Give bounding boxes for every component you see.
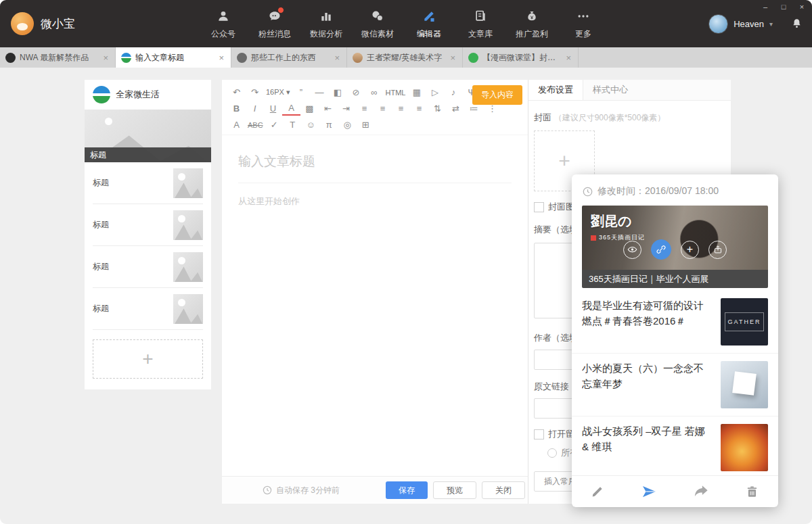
- align-right-icon[interactable]: ≡: [392, 101, 410, 116]
- outdent-icon[interactable]: ⇤: [319, 101, 337, 116]
- spellcheck-icon[interactable]: ✓: [265, 117, 284, 133]
- image-icon[interactable]: ▦: [407, 85, 426, 100]
- cover-checkbox[interactable]: [534, 202, 544, 212]
- send-paper-plane-icon[interactable]: [635, 478, 662, 505]
- editor-pencil-icon: [421, 8, 437, 24]
- thumbnail-placeholder: [173, 168, 203, 198]
- add-article-button[interactable]: +: [93, 339, 203, 379]
- music-icon[interactable]: ♪: [444, 85, 462, 100]
- italic-button[interactable]: I: [246, 101, 264, 116]
- modified-time-row: 修改时间：2016/09/07 18:00: [572, 174, 778, 206]
- preview-list-item[interactable]: 标题: [93, 204, 203, 246]
- strikethrough-button[interactable]: ABC: [246, 117, 265, 133]
- tab-style-center[interactable]: 样式中心: [583, 80, 637, 100]
- add-plus-icon[interactable]: +: [681, 241, 699, 259]
- close-button[interactable]: ×: [797, 3, 807, 11]
- editor-footer: 自动保存 3分钟前 保存 预览 关闭: [222, 476, 528, 504]
- tab-favicon: [121, 53, 131, 63]
- tab-close-icon[interactable]: ×: [564, 53, 572, 63]
- save-button[interactable]: 保存: [386, 481, 428, 499]
- tab-comic-class[interactable]: 【漫画微课堂】封面海... ×: [463, 47, 579, 68]
- close-editor-button[interactable]: 关闭: [482, 481, 525, 499]
- nav-item-analytics[interactable]: 数据分析: [300, 0, 352, 47]
- comments-checkbox[interactable]: [534, 429, 544, 439]
- nav-item-promotion[interactable]: 推广盈利: [506, 0, 558, 47]
- preview-list-item[interactable]: 标题: [93, 246, 203, 288]
- font-color-button[interactable]: A: [282, 101, 300, 116]
- blockquote-icon[interactable]: ”: [292, 85, 311, 100]
- clear-format-icon[interactable]: ⊘: [347, 85, 365, 100]
- preview-cover-item[interactable]: 标题: [85, 110, 211, 162]
- bold-button[interactable]: B: [227, 101, 246, 116]
- forward-share-icon[interactable]: [687, 478, 715, 505]
- bg-color-button[interactable]: ▩: [300, 101, 319, 116]
- tab-kings-glory[interactable]: 王者荣耀/英雄美术字 ×: [347, 47, 463, 68]
- nav-item-article-library[interactable]: 文章库: [455, 0, 506, 47]
- article-thumbnail: GATHER: [721, 298, 768, 346]
- preview-list-item[interactable]: 标题: [93, 288, 203, 330]
- tab-close-icon[interactable]: ×: [217, 53, 225, 63]
- delete-trash-icon[interactable]: [739, 478, 766, 505]
- view-eye-icon[interactable]: [623, 241, 641, 259]
- article-list-item[interactable]: 小米的夏天（六）一念念不忘童年梦: [572, 353, 778, 416]
- tab-close-icon[interactable]: ×: [333, 53, 341, 63]
- tab-favicon: [5, 53, 16, 63]
- font-family-button[interactable]: A: [227, 117, 246, 133]
- link-icon[interactable]: [651, 239, 671, 260]
- import-content-button[interactable]: 导入内容: [472, 85, 522, 105]
- article-list-item[interactable]: 战斗女孩系列 –双子星 若娜 & 维琪: [572, 416, 778, 479]
- article-thumbnail: [721, 424, 768, 471]
- emoji-icon[interactable]: ☺: [302, 117, 320, 133]
- link-icon[interactable]: ∞: [365, 85, 384, 100]
- html-button[interactable]: HTML: [384, 85, 408, 100]
- tab-nwa[interactable]: NWA 最新解禁作品 ×: [0, 47, 116, 68]
- undo-icon[interactable]: ↶: [227, 85, 246, 100]
- formula-icon[interactable]: π: [320, 117, 338, 133]
- chevron-down-icon: ▾: [769, 20, 773, 28]
- editor-content-area[interactable]: 输入文章标题 从这里开始创作: [222, 135, 528, 208]
- tab-publish-settings[interactable]: 发布设置: [528, 80, 583, 100]
- nav-item-more[interactable]: 更多: [558, 0, 609, 47]
- nav-item-editor[interactable]: 编辑器: [403, 0, 455, 47]
- align-left-icon[interactable]: ≡: [355, 101, 374, 116]
- nav-item-fan-messages[interactable]: 粉丝消息: [249, 0, 300, 47]
- editor-panel: ↶ ↷ 16PX ▾ ” — ◧ ⊘ ∞ HTML ▦ ▷ ♪ Ψ B I U …: [222, 80, 528, 504]
- minimize-button[interactable]: –: [761, 3, 770, 11]
- tab-close-icon[interactable]: ×: [449, 53, 457, 63]
- tab-close-icon[interactable]: ×: [102, 53, 110, 63]
- article-list-item[interactable]: 我是毕业生有迹可循的设计燃点＃青春答卷2016＃ GATHER: [572, 291, 778, 353]
- preview-list-item[interactable]: 标题: [93, 162, 203, 204]
- preview-button[interactable]: 预览: [433, 481, 476, 499]
- notification-badge: [277, 7, 284, 14]
- notifications-bell-icon[interactable]: [791, 18, 803, 32]
- article-history-popup: 修改时间：2016/09/07 18:00 劉昆の 365天插画日记 +: [572, 174, 778, 507]
- app-logo: 微小宝: [11, 12, 75, 35]
- video-icon[interactable]: ▷: [426, 85, 444, 100]
- eraser-icon[interactable]: ◧: [329, 85, 347, 100]
- popup-cover-card[interactable]: 劉昆の 365天插画日记 + 365天插画日记｜毕业个人画展: [582, 206, 768, 288]
- letter-spacing-icon[interactable]: ⇄: [447, 101, 465, 116]
- edit-pencil-icon[interactable]: [584, 478, 611, 505]
- horizontal-rule-icon[interactable]: —: [311, 85, 329, 100]
- tab-work-things[interactable]: 那些工作上的东西 ×: [231, 47, 347, 68]
- text-style-icon[interactable]: T: [284, 117, 302, 133]
- nav-item-official-account[interactable]: 公众号: [198, 0, 249, 47]
- underline-button[interactable]: U: [264, 101, 282, 116]
- search-icon[interactable]: ◎: [338, 117, 357, 133]
- nav-item-wechat-material[interactable]: 微信素材: [352, 0, 403, 47]
- editor-actions: 保存 预览 关闭: [386, 481, 525, 499]
- align-justify-icon[interactable]: ≡: [410, 101, 428, 116]
- export-icon[interactable]: [708, 241, 727, 259]
- maximize-button[interactable]: □: [779, 3, 788, 11]
- redo-icon[interactable]: ↷: [246, 85, 264, 100]
- indent-icon[interactable]: ⇥: [337, 101, 355, 116]
- comments-scope-radio[interactable]: [547, 448, 557, 458]
- editor-toolbar: ↶ ↷ 16PX ▾ ” — ◧ ⊘ ∞ HTML ▦ ▷ ♪ Ψ B I U …: [222, 80, 528, 135]
- line-height-icon[interactable]: ⇅: [428, 101, 447, 116]
- align-center-icon[interactable]: ≡: [374, 101, 392, 116]
- table-icon[interactable]: ⊞: [357, 117, 375, 133]
- tab-new-article[interactable]: 输入文章标题 ×: [116, 47, 231, 68]
- font-size-select[interactable]: 16PX ▾: [264, 85, 292, 100]
- tab-favicon: [237, 53, 247, 63]
- cover-caption: 365天插画日记｜毕业个人画展: [582, 270, 768, 288]
